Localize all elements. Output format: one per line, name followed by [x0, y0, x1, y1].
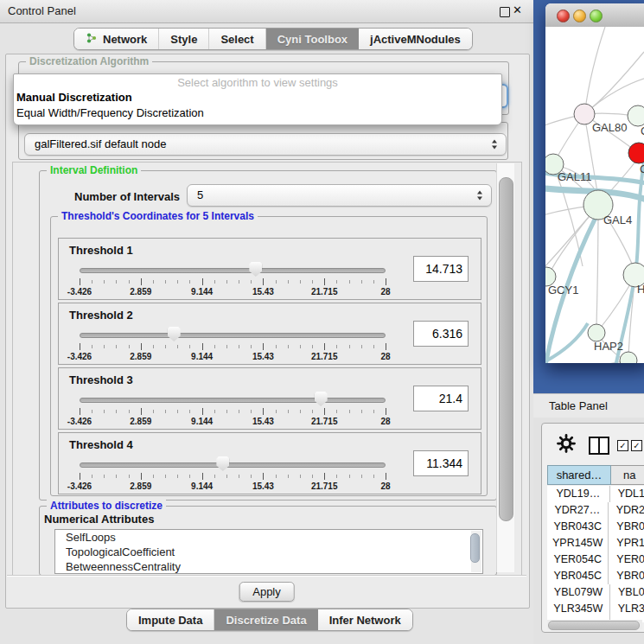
table-row[interactable]: YPR145WYPR1 [547, 535, 644, 552]
table-row[interactable]: YBL079WYBL0 [547, 584, 644, 601]
node-partial-top[interactable] [628, 105, 644, 126]
svg-text:HAP2: HAP2 [594, 340, 623, 353]
tab-impute-data[interactable]: Impute Data [127, 609, 214, 630]
table-panel-header: Table Panel [533, 393, 644, 419]
threshold-4-panel: Threshold 4 -3.4262.8599.14415.4321.7152… [58, 432, 481, 494]
settings-scrollbar-thumb[interactable] [499, 177, 513, 521]
slider-scale-labels: -3.4262.8599.14415.4321.71528 [80, 352, 386, 361]
threshold-2-value-field[interactable]: 6.316 [413, 321, 469, 347]
list-scrollbar-thumb[interactable] [470, 533, 480, 563]
slider-track[interactable] [80, 398, 386, 403]
number-of-intervals-value: 5 [197, 188, 203, 201]
table-hscrollbar-thumb[interactable] [548, 621, 640, 630]
network-canvas[interactable]: GAL80 G. C GAL11 GAL4 GCY1 H HAP2 [545, 27, 644, 363]
table-data-group: Table Data galFiltered.sif default node [18, 122, 508, 160]
list-scrollbar[interactable] [471, 531, 481, 572]
table-data-combobox[interactable]: galFiltered.sif default node [24, 133, 507, 156]
tab-jactivemnodules[interactable]: jActiveMNodules [359, 29, 472, 49]
svg-text:H: H [637, 283, 644, 296]
bottom-tab-bar: Impute Data Discretize Data Infer Networ… [126, 609, 413, 631]
slider-thumb[interactable] [315, 392, 328, 406]
number-of-intervals-label: Number of Intervals [74, 190, 180, 203]
threshold-3-value-field[interactable]: 21.4 [413, 386, 469, 411]
float-window-icon[interactable] [500, 7, 510, 17]
svg-text:GAL4: GAL4 [603, 214, 632, 226]
checkbox-icon[interactable]: ✓ [631, 440, 642, 451]
algorithm-option-equal-width[interactable]: Equal Width/Frequency Discretization [16, 106, 499, 119]
threshold-2-label: Threshold 2 [69, 309, 133, 322]
threshold-1-value-field[interactable]: 14.713 [413, 256, 469, 282]
checkbox-icon[interactable]: ✓ [617, 440, 628, 451]
threshold-3-label: Threshold 3 [69, 373, 133, 386]
numerical-attributes-list[interactable]: SelfLoopsTopologicalCoefficientBetweenne… [54, 529, 483, 574]
slider-scale-labels: -3.4262.8599.14415.4321.71528 [80, 481, 386, 491]
threshold-4-value-field[interactable]: 11.344 [413, 450, 469, 476]
node-table-panel: ✓ ✓ shared… na YDL19…YDL1YDR27…YDR2YBR04… [541, 423, 644, 633]
slider-track[interactable] [80, 333, 386, 338]
attribute-item[interactable]: SelfLoops [55, 530, 482, 545]
panel-title: Control Panel [8, 4, 76, 17]
slider-track[interactable] [80, 268, 386, 273]
tab-network-label: Network [103, 33, 147, 46]
threshold-4-label: Threshold 4 [69, 438, 133, 451]
threshold-1-label: Threshold 1 [69, 244, 133, 257]
close-icon[interactable]: ✕ [513, 3, 522, 16]
node-red-selected[interactable] [628, 143, 644, 163]
minimize-traffic-light[interactable] [573, 10, 586, 22]
number-of-intervals-combobox[interactable]: 5 [187, 184, 492, 207]
threshold-3-panel: Threshold 3 -3.4262.8599.14415.4321.7152… [58, 367, 481, 430]
tab-network[interactable]: Network [74, 29, 159, 49]
slider-thumb[interactable] [216, 456, 229, 471]
tab-cyni-toolbox[interactable]: Cyni Toolbox [266, 29, 359, 49]
close-traffic-light[interactable] [557, 10, 570, 22]
table-row[interactable]: YBR045CYBR0 [547, 568, 644, 584]
slider-track[interactable] [80, 462, 386, 468]
threshold-1-panel: Threshold 1 -3.4262.8599.14415.4321.7152… [58, 238, 481, 300]
attribute-items: SelfLoopsTopologicalCoefficientBetweenne… [55, 530, 482, 574]
algorithm-option-manual[interactable]: Manual Discretization [16, 91, 499, 104]
control-panel-titlebar: Control Panel ✕ [0, 0, 533, 23]
gear-icon[interactable] [557, 434, 576, 453]
cyni-toolbox-panel: Discretization Algorithm Table Data galF… [5, 54, 530, 609]
node-table-rows: YDL19…YDL1YDR27…YDR2YBR043CYBR0YPR145WYP… [547, 486, 644, 622]
tab-style[interactable]: Style [159, 29, 209, 49]
threshold-3-slider[interactable]: -3.4262.8599.14415.4321.71528 [80, 391, 386, 427]
slider-ticks [80, 408, 386, 415]
table-row[interactable]: YDL19…YDL1 [547, 486, 644, 502]
attribute-item[interactable]: TopologicalCoefficient [55, 545, 482, 559]
slider-ticks [80, 343, 386, 350]
column-header-name[interactable]: na [611, 465, 644, 485]
slider-thumb[interactable] [249, 262, 262, 277]
numerical-attributes-label: Numerical Attributes [44, 513, 154, 526]
network-icon [86, 32, 98, 47]
node-hap2[interactable] [588, 324, 605, 341]
threshold-2-panel: Threshold 2 -3.4262.8599.14415.4321.7152… [58, 303, 481, 365]
tab-select[interactable]: Select [209, 29, 265, 49]
top-tab-bar: Network Style Select Cyni Toolbox jActiv… [73, 28, 473, 50]
network-view-window: GAL80 G. C GAL11 GAL4 GCY1 H HAP2 [545, 3, 644, 363]
tab-infer-network[interactable]: Infer Network [318, 609, 412, 630]
table-horizontal-scrollbar[interactable] [547, 620, 642, 629]
slider-thumb[interactable] [168, 327, 181, 341]
network-graph: GAL80 G. C GAL11 GAL4 GCY1 H HAP2 [545, 27, 644, 363]
table-row[interactable]: YER054CYER0 [547, 552, 644, 568]
zoom-traffic-light[interactable] [590, 10, 603, 22]
table-row[interactable]: YLR345WYLR3 [547, 601, 644, 617]
svg-text:G.: G. [641, 124, 644, 137]
attributes-group: Attributes to discretize Numerical Attri… [39, 506, 497, 576]
columns-icon[interactable] [589, 437, 609, 455]
slider-scale-labels: -3.4262.8599.14415.4321.71528 [80, 417, 386, 426]
threshold-2-slider[interactable]: -3.4262.8599.14415.4321.71528 [80, 326, 386, 362]
apply-button[interactable]: Apply [239, 582, 295, 602]
node-partial-bottom[interactable] [620, 352, 637, 363]
table-row[interactable]: YBR043CYBR0 [547, 519, 644, 535]
column-header-shared-name[interactable]: shared… [547, 465, 611, 485]
svg-text:GAL80: GAL80 [592, 121, 627, 134]
tab-discretize-data[interactable]: Discretize Data [214, 609, 317, 630]
threshold-1-slider[interactable]: -3.4262.8599.14415.4321.71528 [80, 261, 386, 297]
table-row[interactable]: YDR27…YDR2 [547, 502, 644, 519]
interval-definition-group-label: Interval Definition [47, 164, 141, 176]
control-panel: Control Panel ✕ Network Style Select Cyn… [0, 0, 533, 644]
attribute-item[interactable]: BetweennessCentrality [55, 559, 482, 574]
threshold-4-slider[interactable]: -3.4262.8599.14415.4321.71528 [80, 456, 386, 492]
